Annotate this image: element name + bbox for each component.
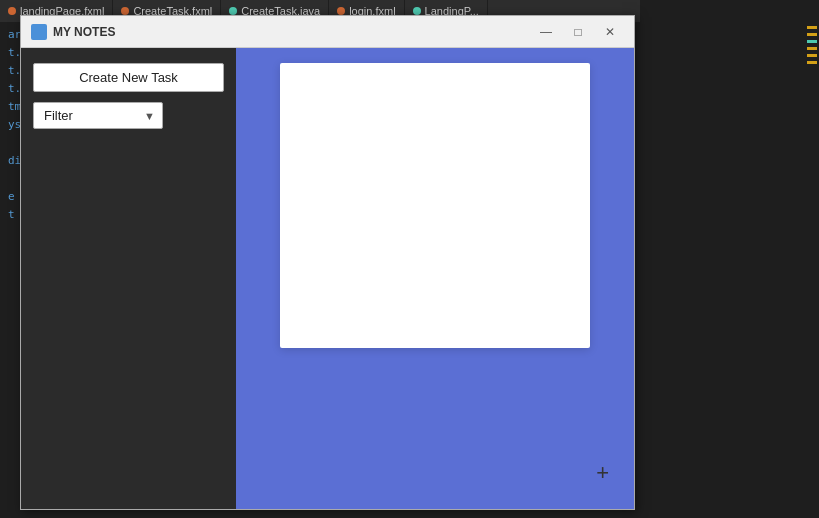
window-controls: — □ ✕ [532, 22, 624, 42]
tab-dot-icon [413, 7, 421, 15]
maximize-button[interactable]: □ [564, 22, 592, 42]
minimize-button[interactable]: — [532, 22, 560, 42]
task-panel [280, 63, 590, 348]
window-body: Create New Task FilterAllActiveCompleted… [21, 48, 634, 509]
tab-dot-icon [337, 7, 345, 15]
gutter-mark-4 [807, 47, 817, 50]
window-title: MY NOTES [53, 25, 532, 39]
create-task-button[interactable]: Create New Task [33, 63, 224, 92]
sidebar: Create New Task FilterAllActiveCompleted… [21, 48, 236, 509]
gutter-mark-1 [807, 26, 817, 29]
gutter-mark-3 [807, 40, 817, 43]
gutter-mark-5 [807, 54, 817, 57]
app-window: MY NOTES — □ ✕ Create New Task FilterAll… [20, 15, 635, 510]
add-task-fab[interactable]: + [596, 462, 609, 484]
app-icon [31, 24, 47, 40]
filter-select[interactable]: FilterAllActiveCompleted [33, 102, 163, 129]
close-button[interactable]: ✕ [596, 22, 624, 42]
tab-dot-icon [8, 7, 16, 15]
window-titlebar: MY NOTES — □ ✕ [21, 16, 634, 48]
main-content: + [236, 48, 634, 509]
editor-gutter [804, 22, 819, 518]
tab-dot-icon [121, 7, 129, 15]
code-background: ar t. t. t. tm ys di e t [0, 22, 21, 224]
gutter-mark-2 [807, 33, 817, 36]
tab-dot-icon [229, 7, 237, 15]
filter-wrapper: FilterAllActiveCompleted ▼ [33, 102, 163, 129]
gutter-mark-6 [807, 61, 817, 64]
